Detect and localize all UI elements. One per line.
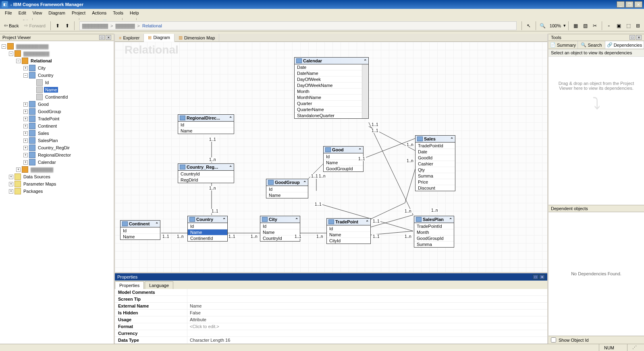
tab-summary[interactable]: 📄Summary	[548, 41, 578, 49]
attribute[interactable]: Id	[188, 223, 227, 229]
tab-language[interactable]: Language	[145, 281, 173, 289]
attribute[interactable]: Id	[266, 186, 308, 192]
tree-id[interactable]: Id	[44, 80, 50, 85]
entity-country[interactable]: Country⌃ Id Name ContinentId	[187, 216, 228, 242]
attribute[interactable]: Qty	[415, 167, 455, 173]
collapse-icon[interactable]: ⌃	[155, 222, 158, 226]
attribute[interactable]: Summa	[414, 241, 454, 247]
tree-toggle[interactable]: −	[23, 73, 28, 78]
menu-project[interactable]: Project	[69, 10, 89, 16]
prop-val[interactable]	[187, 296, 547, 302]
tree-toggle[interactable]: +	[23, 131, 28, 136]
menu-view[interactable]: View	[29, 10, 46, 16]
attribute[interactable]: DayOfWeekName	[295, 82, 362, 88]
tree-name-selected[interactable]: Name	[44, 87, 58, 93]
attribute[interactable]: Discount	[415, 185, 455, 191]
tree-other-ns[interactable]: ▓▓▓▓▓▓▓	[29, 167, 54, 172]
tree-city[interactable]: City	[37, 65, 47, 71]
attribute[interactable]: Id	[260, 223, 300, 229]
attribute[interactable]: CountryId	[260, 235, 300, 241]
attribute[interactable]: StandaloneQuarter	[295, 112, 362, 118]
back-button[interactable]: ⇦Back	[2, 22, 21, 29]
menu-tools[interactable]: Tools	[110, 10, 127, 16]
breadcrumb-mid[interactable]: ▓▓▓▓▓▓	[115, 23, 135, 28]
tree-regionaldirector[interactable]: RegionalDirector	[37, 152, 72, 158]
tool-e3-icon[interactable]: ⬚	[624, 21, 633, 30]
attribute[interactable]: RegDirId	[178, 177, 234, 183]
up-icon[interactable]: ⬆	[53, 21, 62, 30]
collapse-icon[interactable]: ⌃	[449, 217, 452, 222]
attribute[interactable]: Date	[295, 64, 362, 70]
tree-datasources[interactable]: Data Sources	[22, 174, 52, 180]
attribute[interactable]: CountryId	[178, 171, 234, 177]
tree-packages[interactable]: Packages	[22, 188, 44, 194]
attribute[interactable]: GoodGroupId	[414, 235, 454, 241]
tree-toggle[interactable]: +	[23, 160, 28, 165]
attribute[interactable]: Name	[260, 229, 300, 235]
panel-maximize-icon[interactable]: □	[533, 275, 538, 279]
entity-salesplan[interactable]: SalesPlan⌃ TradePointId Month GoodGroupI…	[414, 216, 454, 248]
tree-toggle[interactable]: +	[23, 109, 28, 114]
home-icon[interactable]: ⬆	[63, 21, 72, 30]
tab-dimension-map[interactable]: ▥Dimension Map	[175, 34, 219, 41]
project-tree[interactable]: −▓▓▓▓▓▓▓▓▓▓ −▓▓▓▓▓▓▓▓ −Relational +City …	[0, 41, 114, 344]
tree-root[interactable]: ▓▓▓▓▓▓▓▓▓▓	[15, 43, 50, 49]
tree-goodgroup[interactable]: GoodGroup	[37, 109, 62, 114]
attribute[interactable]: Month	[295, 88, 362, 94]
prop-val[interactable]: <Click to edit.>	[187, 323, 547, 330]
collapse-icon[interactable]: ⌃	[366, 220, 369, 224]
tree-model[interactable]: ▓▓▓▓▓▓▓▓	[22, 51, 50, 56]
attribute[interactable]: GoodId	[415, 155, 455, 161]
properties-grid[interactable]: Model Comments Screen Tip External NameN…	[115, 289, 547, 344]
attribute[interactable]: GoodGroupId	[324, 165, 363, 171]
tools-dropzone[interactable]: Drag & drop an object from the Project V…	[548, 57, 644, 205]
menu-edit[interactable]: Edit	[15, 10, 29, 16]
attribute[interactable]: DateName	[295, 70, 362, 76]
tree-toggle[interactable]: +	[23, 102, 28, 107]
show-object-id-checkbox[interactable]	[551, 337, 556, 343]
close-button[interactable]: ✕	[634, 1, 642, 8]
tab-explorer[interactable]: ≡Explorer	[115, 34, 144, 41]
breadcrumb-current[interactable]: Relational	[142, 23, 162, 28]
entity-city[interactable]: City⌃ Id Name CountryId	[260, 216, 300, 242]
tree-toggle[interactable]: +	[9, 189, 13, 194]
attribute[interactable]: Name	[120, 233, 160, 240]
entity-continent[interactable]: Continent⌃ Id Name	[120, 220, 160, 240]
tree-toggle[interactable]: −	[9, 52, 13, 56]
tree-toggle[interactable]: +	[9, 182, 13, 186]
attribute[interactable]: ContinentId	[188, 235, 227, 241]
attribute[interactable]: Date	[415, 149, 455, 155]
tool-e2-icon[interactable]: ▣	[614, 21, 623, 30]
menu-help[interactable]: Help	[127, 10, 142, 16]
attribute[interactable]: Price	[415, 179, 455, 185]
tab-search[interactable]: 🔍Search	[578, 41, 605, 49]
attribute[interactable]: Id	[327, 225, 370, 231]
attribute[interactable]: Month	[414, 229, 454, 235]
prop-val[interactable]: Name	[187, 303, 547, 309]
attribute[interactable]: QuarterName	[295, 106, 362, 112]
attribute[interactable]: Id	[120, 227, 160, 233]
prop-val[interactable]: Attribute	[187, 316, 547, 323]
tree-toggle[interactable]: +	[16, 167, 21, 172]
collapse-icon[interactable]: ⌃	[229, 116, 232, 120]
scrollbar[interactable]	[362, 64, 368, 118]
menu-diagram[interactable]: Diagram	[45, 10, 69, 16]
attribute[interactable]: Id	[324, 153, 363, 159]
tree-calendar[interactable]: Calendar	[37, 159, 57, 165]
collapse-icon[interactable]: ⌃	[295, 217, 298, 222]
entity-tradepoint[interactable]: TradePoint⌃ Id Name CityId	[326, 218, 371, 244]
diagram-canvas[interactable]: Relational Calendar⌃	[115, 42, 547, 272]
entity-goodgroup[interactable]: GoodGroup⌃ Id Name	[266, 179, 308, 198]
collapse-icon[interactable]: ⌃	[229, 165, 232, 169]
entity-calendar[interactable]: Calendar⌃ Date DateName DayOfWeek DayOfW…	[294, 57, 369, 119]
tree-good[interactable]: Good	[37, 101, 50, 107]
tree-toggle[interactable]: +	[23, 66, 28, 70]
menu-file[interactable]: File	[2, 10, 15, 16]
panel-close-icon[interactable]: ✕	[636, 35, 642, 40]
minimize-button[interactable]: _	[617, 1, 625, 8]
tree-toggle[interactable]: −	[2, 44, 6, 49]
attribute-selected[interactable]: Name	[188, 229, 227, 235]
attribute[interactable]: MonthName	[295, 94, 362, 100]
panel-close-icon[interactable]: ✕	[106, 35, 111, 40]
zoom-icon[interactable]: 🔍	[538, 21, 547, 30]
